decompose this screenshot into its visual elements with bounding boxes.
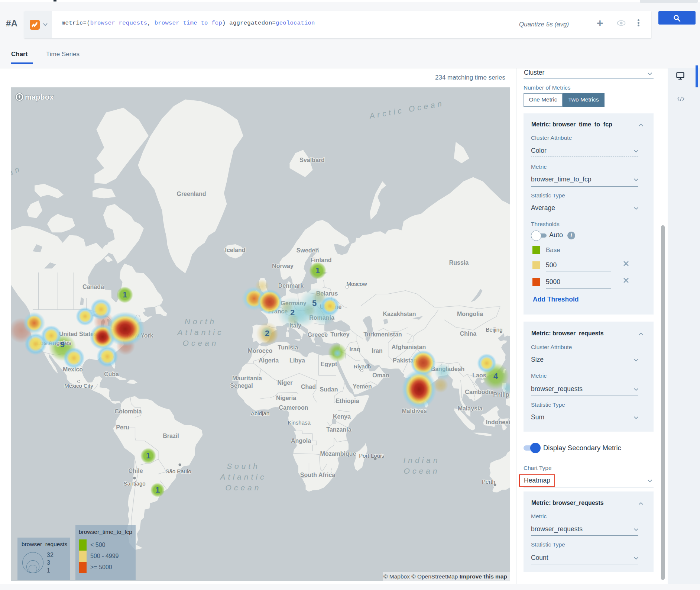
svg-text:mapbox: mapbox	[25, 93, 54, 101]
